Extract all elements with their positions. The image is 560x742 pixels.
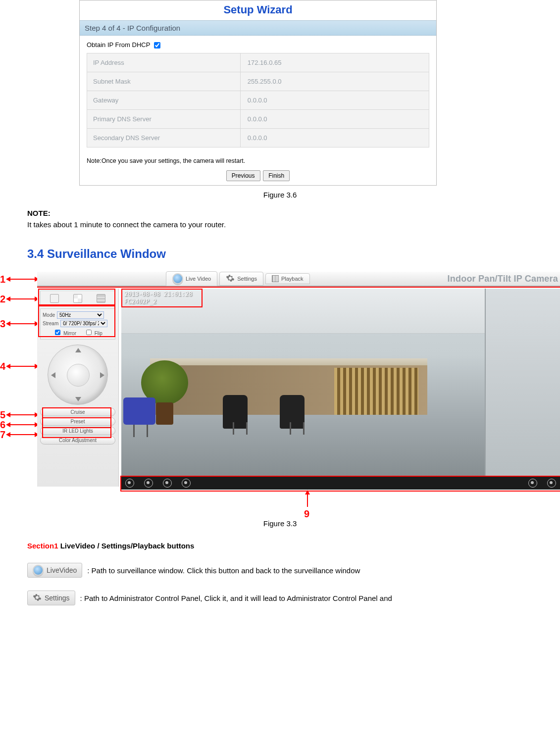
finish-button[interactable]: Finish: [263, 170, 290, 181]
cruise-button[interactable]: Cruise: [40, 408, 115, 416]
gear-icon: [226, 274, 235, 284]
stream-label: Stream: [43, 321, 58, 326]
tab-settings[interactable]: Settings: [219, 272, 263, 286]
livevideo-button-graphic: LiveVideo: [27, 563, 82, 578]
livevideo-description: : Path to surveillance window. Click thi…: [87, 566, 360, 575]
ptz-control[interactable]: [48, 345, 108, 405]
tab-label: Playback: [281, 276, 304, 282]
mode-select[interactable]: 50Hz: [57, 311, 104, 319]
view-3x3-icon[interactable]: [97, 294, 105, 303]
arrow-line: [7, 279, 36, 280]
section1-heading: Section1 LiveVideo / Settings/Playback b…: [27, 542, 533, 550]
settings-description: : Path to Administrator Control Panel, C…: [80, 594, 392, 602]
arrow-head: [6, 321, 10, 326]
note-body: It takes about 1 minute to connect the c…: [27, 219, 533, 231]
osd-overlay: 2013-08-08 21:01:28 FC2402P_2: [124, 291, 192, 305]
flip-label: Flip: [95, 331, 102, 336]
ip-address-label: IP Address: [87, 53, 241, 72]
settings-label: Settings: [45, 594, 70, 602]
ptz-right-icon[interactable]: [100, 372, 104, 378]
subnet-mask-field: [247, 77, 425, 86]
primary-dns-label: Primary DNS Server: [87, 110, 241, 129]
arrow-head: [6, 422, 10, 427]
arrow-head: [305, 490, 310, 495]
arrow-line: [7, 366, 36, 367]
section1-rest: LiveVideo / Settings/Playback buttons: [58, 542, 195, 550]
annotation-5: 5: [0, 409, 5, 421]
ip-config-table: IP Address Subnet Mask Gateway Primary D…: [87, 53, 429, 148]
wizard-note: Note:Once you save your settings, the ca…: [80, 150, 436, 168]
wizard-title: Setup Wizard: [80, 0, 436, 20]
wizard-step: Step 4 of 4 - IP Configuration: [80, 20, 436, 36]
annotation-2: 2: [0, 294, 5, 305]
primary-dns-field: [247, 115, 425, 123]
ip-address-field: [247, 58, 425, 67]
stream-select[interactable]: 0/ 720P/ 30fps/ 2M: [60, 320, 107, 327]
playback-toolbar: [121, 477, 560, 490]
secondary-dns-label: Secondary DNS Server: [87, 129, 241, 148]
ptz-up-icon[interactable]: [75, 348, 81, 352]
dhcp-checkbox[interactable]: [154, 42, 160, 49]
secondary-dns-field: [247, 134, 425, 142]
stripes-graphic: [334, 368, 418, 415]
gateway-field: [247, 96, 425, 104]
arrow-line: [7, 323, 36, 324]
mode-label: Mode: [43, 312, 55, 318]
view-2x2-icon[interactable]: [73, 294, 82, 303]
annotation-9: 9: [304, 508, 309, 520]
gear-icon: [33, 593, 42, 603]
figure-caption-36: Figure 3.6: [0, 191, 560, 199]
tab-label: Live Video: [186, 276, 211, 282]
arrow-head: [6, 297, 10, 301]
toolbar-icon[interactable]: [528, 479, 537, 488]
top-tab-bar: Live Video Settings Playback Indoor Pan/…: [37, 272, 560, 287]
view-1x1-icon[interactable]: [50, 294, 59, 303]
brand-title: Indoor Pan/Tilt IP Camera: [448, 274, 558, 284]
section1-red: Section1: [27, 542, 58, 550]
camera-icon: [33, 565, 44, 576]
arrow-head: [6, 432, 10, 437]
ptz-left-icon[interactable]: [51, 372, 55, 378]
tab-label: Settings: [237, 276, 257, 282]
surveillance-figure: 1 2 3 4 5 6 7 8: [0, 272, 560, 514]
previous-button[interactable]: Previous: [226, 170, 260, 181]
chair-graphic: [223, 395, 257, 435]
toolbar-icon[interactable]: [125, 479, 134, 488]
preset-button[interactable]: Preset: [40, 417, 115, 426]
multiview-selector[interactable]: [40, 291, 115, 306]
tab-live-video[interactable]: Live Video: [166, 271, 217, 286]
setup-wizard-panel: Setup Wizard Step 4 of 4 - IP Configurat…: [79, 0, 437, 186]
flip-checkbox[interactable]: [86, 330, 92, 335]
mirror-checkbox[interactable]: [55, 330, 60, 335]
livevideo-label: LiveVideo: [47, 566, 77, 574]
arrow-head: [6, 364, 10, 369]
figure-caption-33: Figure 3.3: [0, 519, 560, 528]
toolbar-icon[interactable]: [182, 479, 191, 488]
toolbar-icon[interactable]: [144, 479, 153, 488]
ptz-down-icon[interactable]: [75, 397, 81, 401]
arrow-head: [6, 412, 10, 417]
arrow-line: [307, 492, 308, 507]
mirror-label: Mirror: [63, 331, 76, 336]
settings-button-graphic: Settings: [27, 591, 75, 605]
annotation-1: 1: [0, 274, 5, 285]
arrow-line: [7, 434, 36, 435]
irled-button[interactable]: IR LED Lights: [40, 427, 115, 435]
heading-34: 3.4 Surveillance Window: [27, 245, 533, 263]
camera-icon: [172, 273, 183, 284]
note-heading: NOTE:: [27, 208, 533, 219]
annotation-6: 6: [0, 419, 5, 431]
arrow-line: [7, 298, 36, 299]
annotation-7: 7: [0, 429, 5, 441]
toolbar-icon[interactable]: [163, 479, 172, 488]
chair-graphic: [123, 397, 158, 437]
toolbar-icon[interactable]: [547, 479, 556, 488]
dhcp-label: Obtain IP From DHCP: [87, 41, 150, 49]
wall-graphic: [485, 289, 560, 477]
annotation-3: 3: [0, 318, 5, 330]
tab-playback[interactable]: Playback: [265, 273, 310, 284]
arrow-head: [6, 277, 10, 282]
video-viewport: 2013-08-08 21:01:28 FC2402P_2: [121, 289, 560, 477]
left-control-panel: Mode 50Hz Stream 0/ 720P/ 30fps/ 2M Mirr…: [37, 289, 119, 487]
coloradj-button[interactable]: Color Adjustment: [40, 436, 115, 445]
